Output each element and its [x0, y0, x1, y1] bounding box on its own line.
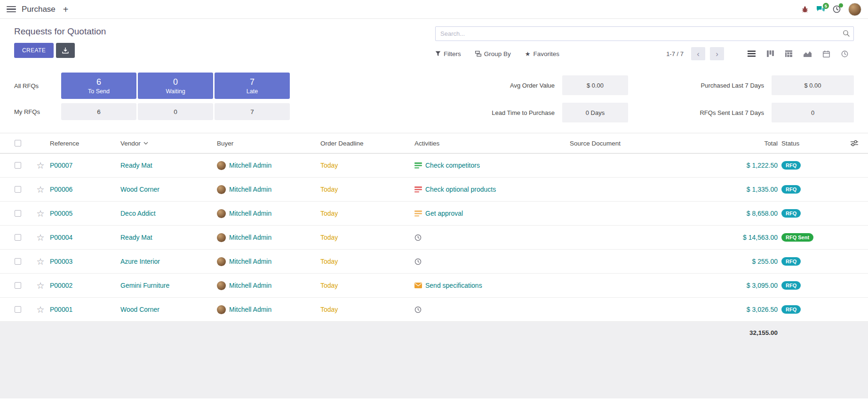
funnel-icon — [435, 51, 441, 57]
total-amount: $ 1,335.00 — [747, 186, 778, 193]
activities-badge-dot — [839, 3, 843, 8]
buyer-link[interactable]: Mitchell Admin — [229, 234, 271, 241]
vendor-link[interactable]: Wood Corner — [120, 186, 159, 193]
list-view-icon[interactable] — [742, 48, 761, 60]
header-status[interactable]: Status — [781, 140, 840, 147]
table-header-row: Reference Vendor Buyer Order Deadline Ac… — [0, 133, 868, 154]
header-activities[interactable]: Activities — [414, 140, 570, 147]
activity-list-red-icon — [414, 187, 422, 193]
table-row[interactable]: ☆ P00003 Azure Interior Mitchell Admin T… — [0, 250, 868, 274]
row-checkbox[interactable] — [15, 186, 21, 193]
activity-clock-icon[interactable] — [414, 306, 422, 313]
favorite-star-icon[interactable]: ☆ — [36, 257, 44, 266]
my-tile-to-send[interactable]: 6 — [61, 103, 136, 120]
calendar-view-icon[interactable] — [817, 48, 836, 60]
my-tile-waiting[interactable]: 0 — [138, 103, 213, 120]
row-checkbox[interactable] — [15, 282, 21, 289]
buyer-link[interactable]: Mitchell Admin — [229, 162, 271, 169]
table-row[interactable]: ☆ P00004 Ready Mat Mitchell Admin Today … — [0, 226, 868, 250]
vendor-link[interactable]: Azure Interior — [120, 258, 160, 265]
buyer-avatar — [217, 233, 226, 242]
activity-clock-icon[interactable] — [414, 234, 422, 241]
header-buyer[interactable]: Buyer — [217, 140, 320, 147]
buyer-link[interactable]: Mitchell Admin — [229, 186, 271, 193]
reference-link[interactable]: P00002 — [50, 282, 72, 289]
favorite-star-icon[interactable]: ☆ — [36, 209, 44, 218]
create-button[interactable]: CREATE — [14, 43, 54, 58]
reference-link[interactable]: P00007 — [50, 162, 72, 169]
total-amount: $ 8,658.00 — [747, 210, 778, 217]
activity-view-icon[interactable] — [836, 48, 854, 60]
group-by-button[interactable]: Group By — [475, 50, 511, 57]
all-rfqs-label: All RFQs — [14, 73, 61, 99]
vendor-link[interactable]: Deco Addict — [120, 210, 156, 217]
buyer-link[interactable]: Mitchell Admin — [229, 210, 271, 217]
export-button[interactable] — [56, 43, 75, 58]
favorite-star-icon[interactable]: ☆ — [36, 161, 44, 170]
search-icon[interactable] — [843, 30, 850, 37]
reference-link[interactable]: P00001 — [50, 306, 72, 313]
table-row[interactable]: ☆ P00005 Deco Addict Mitchell Admin Toda… — [0, 202, 868, 226]
row-checkbox[interactable] — [15, 162, 21, 169]
favorites-button[interactable]: ★ Favorites — [525, 50, 559, 57]
reference-link[interactable]: P00005 — [50, 210, 72, 217]
reference-link[interactable]: P00004 — [50, 234, 72, 241]
pager-next-button[interactable]: › — [710, 47, 724, 60]
filters-button[interactable]: Filters — [435, 50, 461, 57]
favorite-star-icon[interactable]: ☆ — [36, 185, 44, 194]
status-badge: RFQ Sent — [781, 233, 813, 242]
header-vendor[interactable]: Vendor — [120, 140, 217, 147]
graph-view-icon[interactable] — [798, 48, 817, 60]
messages-icon[interactable]: 5 — [816, 6, 825, 13]
row-checkbox[interactable] — [15, 210, 21, 217]
view-switcher — [742, 48, 854, 60]
activity-link[interactable]: Check competitors — [425, 162, 480, 169]
buyer-avatar — [217, 257, 226, 266]
select-all-checkbox[interactable] — [15, 140, 21, 146]
app-name[interactable]: Purchase — [22, 5, 56, 14]
table-row[interactable]: ☆ P00006 Wood Corner Mitchell Admin Toda… — [0, 178, 868, 202]
kanban-view-icon[interactable] — [761, 48, 780, 60]
activity-clock-icon[interactable] — [414, 258, 422, 265]
activity-link[interactable]: Check optional products — [425, 186, 496, 193]
favorite-star-icon[interactable]: ☆ — [36, 233, 44, 242]
vendor-link[interactable]: Ready Mat — [120, 162, 152, 169]
pivot-view-icon[interactable] — [780, 48, 798, 60]
debug-bug-icon[interactable] — [801, 6, 809, 13]
tile-waiting[interactable]: 0 Waiting — [138, 73, 213, 99]
buyer-link[interactable]: Mitchell Admin — [229, 282, 271, 289]
row-checkbox[interactable] — [15, 258, 21, 265]
rfq-list-table: Reference Vendor Buyer Order Deadline Ac… — [0, 133, 868, 343]
activity-link[interactable]: Get approval — [425, 210, 463, 217]
tile-to-send[interactable]: 6 To Send — [61, 73, 136, 99]
favorite-star-icon[interactable]: ☆ — [36, 281, 44, 290]
vendor-link[interactable]: Wood Corner — [120, 306, 159, 313]
favorites-star-icon: ★ — [525, 50, 531, 57]
reference-link[interactable]: P00003 — [50, 258, 72, 265]
vendor-link[interactable]: Ready Mat — [120, 234, 152, 241]
optional-columns-icon[interactable] — [840, 140, 868, 146]
my-tile-late[interactable]: 7 — [215, 103, 290, 120]
buyer-link[interactable]: Mitchell Admin — [229, 258, 271, 265]
favorite-star-icon[interactable]: ☆ — [36, 305, 44, 314]
pager-previous-button[interactable]: ‹ — [691, 47, 705, 60]
user-avatar[interactable] — [848, 3, 861, 16]
header-order-deadline[interactable]: Order Deadline — [320, 140, 414, 147]
row-checkbox[interactable] — [15, 234, 21, 241]
table-row[interactable]: ☆ P00002 Gemini Furniture Mitchell Admin… — [0, 274, 868, 298]
apps-menu-icon[interactable] — [7, 6, 16, 13]
vendor-link[interactable]: Gemini Furniture — [120, 282, 169, 289]
buyer-link[interactable]: Mitchell Admin — [229, 306, 271, 313]
activities-clock-icon[interactable] — [833, 5, 841, 13]
search-input[interactable] — [435, 26, 854, 41]
header-reference[interactable]: Reference — [50, 140, 120, 147]
activity-link[interactable]: Send specifications — [425, 282, 482, 289]
new-tab-plus-icon[interactable]: + — [63, 5, 69, 14]
table-row[interactable]: ☆ P00001 Wood Corner Mitchell Admin Toda… — [0, 298, 868, 322]
row-checkbox[interactable] — [15, 306, 21, 313]
header-source-document[interactable]: Source Document — [570, 140, 704, 147]
header-total[interactable]: Total — [704, 140, 781, 147]
table-row[interactable]: ☆ P00007 Ready Mat Mitchell Admin Today … — [0, 154, 868, 178]
tile-late[interactable]: 7 Late — [215, 73, 290, 99]
reference-link[interactable]: P00006 — [50, 186, 72, 193]
